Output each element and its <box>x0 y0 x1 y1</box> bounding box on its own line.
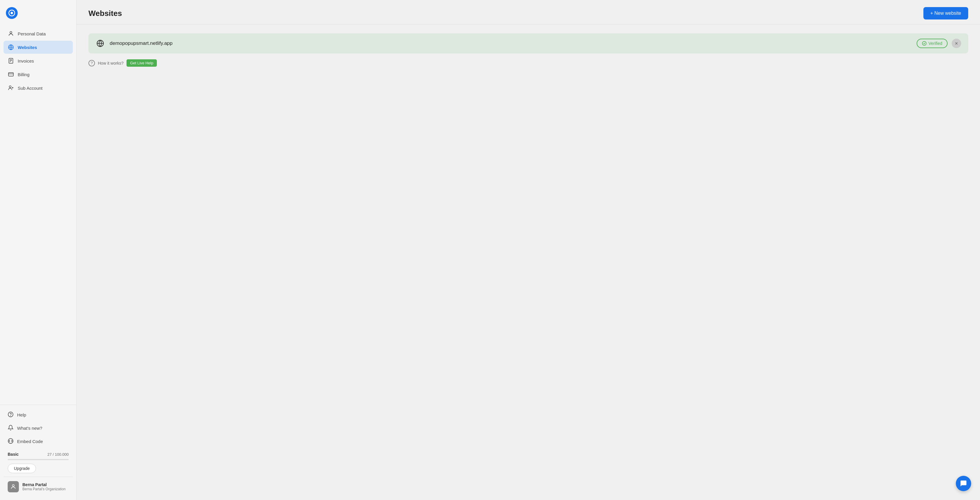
svg-point-1 <box>11 12 13 14</box>
remove-website-button[interactable] <box>952 39 961 48</box>
sidebar: Personal Data Websites Invoices <box>0 0 76 500</box>
sidebar-item-embed-code[interactable]: Embed Code <box>3 435 73 448</box>
help-icon <box>8 411 14 418</box>
sidebar-item-sub-account[interactable]: Sub Account <box>3 81 73 94</box>
page-header: Websites + New website <box>76 0 980 24</box>
website-entry: demopopupsmart.netlify.app Verified <box>88 34 968 53</box>
code-icon <box>8 438 14 445</box>
svg-point-10 <box>9 86 11 88</box>
website-left: demopopupsmart.netlify.app <box>95 39 172 48</box>
website-right: Verified <box>916 39 961 48</box>
sidebar-item-help[interactable]: Help <box>3 409 73 421</box>
app-logo <box>6 7 18 19</box>
sidebar-item-label: Billing <box>18 72 29 77</box>
new-website-button[interactable]: + New website <box>923 7 969 19</box>
sidebar-item-whats-new[interactable]: What's new? <box>3 422 73 435</box>
svg-point-14 <box>11 415 11 416</box>
sidebar-item-label: Websites <box>18 45 37 50</box>
sidebar-item-billing[interactable]: Billing <box>3 68 73 81</box>
plan-name: Basic <box>8 452 19 457</box>
invoice-icon <box>8 58 14 64</box>
user-section[interactable]: Berna Partal Berna Partal's Organization <box>3 477 73 497</box>
verified-label: Verified <box>928 41 942 46</box>
sidebar-item-label: Help <box>17 412 26 417</box>
avatar <box>8 481 19 492</box>
plan-usage: 27 / 100.000 <box>48 452 69 457</box>
verified-badge: Verified <box>916 39 948 48</box>
website-globe-icon <box>95 39 105 48</box>
main-nav: Personal Data Websites Invoices <box>0 25 76 405</box>
plan-progress-bar <box>8 459 69 460</box>
svg-rect-8 <box>8 73 14 76</box>
sidebar-item-label: Personal Data <box>18 31 46 36</box>
upgrade-button[interactable]: Upgrade <box>8 464 36 473</box>
user-org: Berna Partal's Organization <box>22 487 65 491</box>
chat-button[interactable] <box>956 476 971 491</box>
person-icon <box>8 30 14 37</box>
person-add-icon <box>8 85 14 91</box>
plan-section: Basic 27 / 100.000 Upgrade <box>3 448 73 477</box>
how-it-works-section: ? How it works? Get Live Help <box>88 59 968 67</box>
svg-point-16 <box>13 485 14 487</box>
sidebar-item-label: Embed Code <box>17 439 43 444</box>
website-url: demopopupsmart.netlify.app <box>110 40 172 46</box>
user-name: Berna Partal <box>22 482 65 487</box>
sidebar-item-label: Sub Account <box>18 86 43 91</box>
get-live-help-button[interactable]: Get Live Help <box>126 59 157 67</box>
globe-icon <box>8 44 14 51</box>
question-icon: ? <box>88 60 95 66</box>
logo-area <box>0 0 76 25</box>
how-it-works-text: How it works? <box>98 61 124 65</box>
main-body: demopopupsmart.netlify.app Verified <box>76 24 980 500</box>
sidebar-item-invoices[interactable]: Invoices <box>3 54 73 67</box>
user-info: Berna Partal Berna Partal's Organization <box>22 482 65 491</box>
svg-point-2 <box>10 32 12 34</box>
sidebar-item-label: What's new? <box>17 426 42 431</box>
sidebar-item-websites[interactable]: Websites <box>3 41 73 54</box>
sidebar-item-label: Invoices <box>18 58 34 64</box>
main-content: Websites + New website demopopupsmart.ne… <box>76 0 980 500</box>
plan-header: Basic 27 / 100.000 <box>8 452 69 457</box>
page-title: Websites <box>88 9 122 18</box>
bell-icon <box>8 425 14 431</box>
sidebar-item-personal-data[interactable]: Personal Data <box>3 27 73 40</box>
credit-card-icon <box>8 71 14 78</box>
sidebar-bottom: Help What's new? Embed Code <box>0 405 76 500</box>
